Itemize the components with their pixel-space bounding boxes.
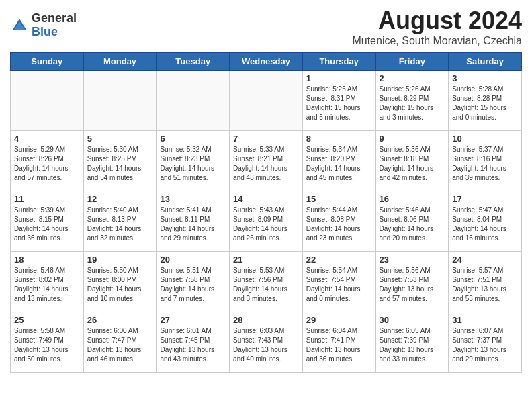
table-row: 10Sunrise: 5:37 AM Sunset: 8:16 PM Dayli… <box>449 131 522 191</box>
table-row: 11Sunrise: 5:39 AM Sunset: 8:15 PM Dayli… <box>11 191 84 252</box>
day-number: 22 <box>306 255 372 265</box>
table-row: 25Sunrise: 5:58 AM Sunset: 7:49 PM Dayli… <box>11 312 84 373</box>
table-row: 6Sunrise: 5:32 AM Sunset: 8:23 PM Daylig… <box>157 131 230 191</box>
table-row: 31Sunrise: 6:07 AM Sunset: 7:37 PM Dayli… <box>449 312 522 373</box>
logo-general-text: General <box>32 12 77 26</box>
day-number: 6 <box>160 134 226 144</box>
week-row-2: 4Sunrise: 5:29 AM Sunset: 8:26 PM Daylig… <box>11 131 522 191</box>
day-info: Sunrise: 5:34 AM Sunset: 8:20 PM Dayligh… <box>306 145 372 183</box>
table-row: 23Sunrise: 5:56 AM Sunset: 7:53 PM Dayli… <box>375 252 449 312</box>
day-number: 8 <box>306 134 372 144</box>
table-row: 4Sunrise: 5:29 AM Sunset: 8:26 PM Daylig… <box>11 131 84 191</box>
days-header-row: SundayMondayTuesdayWednesdayThursdayFrid… <box>11 53 522 71</box>
table-row: 13Sunrise: 5:41 AM Sunset: 8:11 PM Dayli… <box>157 191 230 252</box>
day-number: 27 <box>160 315 226 325</box>
table-row: 27Sunrise: 6:01 AM Sunset: 7:45 PM Dayli… <box>157 312 230 373</box>
table-row: 16Sunrise: 5:46 AM Sunset: 8:06 PM Dayli… <box>375 191 449 252</box>
day-info: Sunrise: 5:48 AM Sunset: 8:02 PM Dayligh… <box>14 266 80 304</box>
day-number: 3 <box>452 73 518 83</box>
day-number: 15 <box>306 194 372 204</box>
table-row: 7Sunrise: 5:33 AM Sunset: 8:21 PM Daylig… <box>230 131 303 191</box>
day-number: 17 <box>452 194 518 204</box>
logo: General Blue <box>10 12 77 39</box>
day-number: 14 <box>233 194 299 204</box>
day-info: Sunrise: 5:28 AM Sunset: 8:28 PM Dayligh… <box>452 85 518 122</box>
table-row: 24Sunrise: 5:57 AM Sunset: 7:51 PM Dayli… <box>449 252 522 312</box>
day-info: Sunrise: 5:56 AM Sunset: 7:53 PM Dayligh… <box>380 266 445 304</box>
day-info: Sunrise: 6:01 AM Sunset: 7:45 PM Dayligh… <box>160 326 226 364</box>
day-info: Sunrise: 5:50 AM Sunset: 8:00 PM Dayligh… <box>87 266 153 304</box>
day-number: 2 <box>380 73 445 83</box>
day-info: Sunrise: 5:47 AM Sunset: 8:04 PM Dayligh… <box>452 205 518 243</box>
day-number: 25 <box>14 315 80 325</box>
table-row: 3Sunrise: 5:28 AM Sunset: 8:28 PM Daylig… <box>449 71 522 131</box>
header-saturday: Saturday <box>449 53 522 71</box>
table-row: 17Sunrise: 5:47 AM Sunset: 8:04 PM Dayli… <box>449 191 522 252</box>
title-section: August 2024 Mutenice, South Moravian, Cz… <box>352 7 522 47</box>
day-info: Sunrise: 5:33 AM Sunset: 8:21 PM Dayligh… <box>233 145 299 183</box>
table-row: 1Sunrise: 5:25 AM Sunset: 8:31 PM Daylig… <box>302 71 375 131</box>
day-number: 19 <box>87 255 153 265</box>
table-row: 26Sunrise: 6:00 AM Sunset: 7:47 PM Dayli… <box>83 312 157 373</box>
day-info: Sunrise: 5:32 AM Sunset: 8:23 PM Dayligh… <box>160 145 226 183</box>
day-info: Sunrise: 5:37 AM Sunset: 8:16 PM Dayligh… <box>452 145 518 183</box>
day-number: 23 <box>380 255 445 265</box>
table-row: 15Sunrise: 5:44 AM Sunset: 8:08 PM Dayli… <box>302 191 375 252</box>
week-row-4: 18Sunrise: 5:48 AM Sunset: 8:02 PM Dayli… <box>11 252 522 312</box>
day-info: Sunrise: 5:53 AM Sunset: 7:56 PM Dayligh… <box>233 266 299 304</box>
table-row: 14Sunrise: 5:43 AM Sunset: 8:09 PM Dayli… <box>230 191 303 252</box>
day-info: Sunrise: 5:25 AM Sunset: 8:31 PM Dayligh… <box>306 85 372 122</box>
day-number: 31 <box>452 315 518 325</box>
logo-text: General Blue <box>32 12 77 39</box>
week-row-1: 1Sunrise: 5:25 AM Sunset: 8:31 PM Daylig… <box>11 71 522 131</box>
day-number: 16 <box>380 194 445 204</box>
table-row: 28Sunrise: 6:03 AM Sunset: 7:43 PM Dayli… <box>230 312 303 373</box>
table-row <box>230 71 303 131</box>
day-info: Sunrise: 6:03 AM Sunset: 7:43 PM Dayligh… <box>233 326 299 364</box>
day-info: Sunrise: 6:07 AM Sunset: 7:37 PM Dayligh… <box>452 326 518 364</box>
day-number: 26 <box>87 315 153 325</box>
month-year: August 2024 <box>352 7 522 35</box>
table-row: 5Sunrise: 5:30 AM Sunset: 8:25 PM Daylig… <box>83 131 157 191</box>
day-info: Sunrise: 5:54 AM Sunset: 7:54 PM Dayligh… <box>306 266 372 304</box>
header-thursday: Thursday <box>302 53 375 71</box>
day-info: Sunrise: 5:57 AM Sunset: 7:51 PM Dayligh… <box>452 266 518 304</box>
table-row <box>157 71 230 131</box>
day-info: Sunrise: 5:58 AM Sunset: 7:49 PM Dayligh… <box>14 326 80 364</box>
header-friday: Friday <box>375 53 449 71</box>
day-info: Sunrise: 5:40 AM Sunset: 8:13 PM Dayligh… <box>87 205 153 243</box>
table-row: 8Sunrise: 5:34 AM Sunset: 8:20 PM Daylig… <box>302 131 375 191</box>
week-row-3: 11Sunrise: 5:39 AM Sunset: 8:15 PM Dayli… <box>11 191 522 252</box>
day-info: Sunrise: 5:43 AM Sunset: 8:09 PM Dayligh… <box>233 205 299 243</box>
day-info: Sunrise: 5:30 AM Sunset: 8:25 PM Dayligh… <box>87 145 153 183</box>
table-row: 20Sunrise: 5:51 AM Sunset: 7:58 PM Dayli… <box>157 252 230 312</box>
calendar-body: 1Sunrise: 5:25 AM Sunset: 8:31 PM Daylig… <box>11 71 522 373</box>
day-number: 30 <box>380 315 445 325</box>
day-number: 1 <box>306 73 372 83</box>
table-row: 18Sunrise: 5:48 AM Sunset: 8:02 PM Dayli… <box>11 252 84 312</box>
location: Mutenice, South Moravian, Czechia <box>352 35 522 47</box>
day-info: Sunrise: 5:39 AM Sunset: 8:15 PM Dayligh… <box>14 205 80 243</box>
day-number: 10 <box>452 134 518 144</box>
day-info: Sunrise: 5:36 AM Sunset: 8:18 PM Dayligh… <box>380 145 445 183</box>
header-wednesday: Wednesday <box>230 53 303 71</box>
day-number: 28 <box>233 315 299 325</box>
day-info: Sunrise: 5:51 AM Sunset: 7:58 PM Dayligh… <box>160 266 226 304</box>
table-row: 29Sunrise: 6:04 AM Sunset: 7:41 PM Dayli… <box>302 312 375 373</box>
day-number: 24 <box>452 255 518 265</box>
day-number: 11 <box>14 194 80 204</box>
day-info: Sunrise: 5:44 AM Sunset: 8:08 PM Dayligh… <box>306 205 372 243</box>
week-row-5: 25Sunrise: 5:58 AM Sunset: 7:49 PM Dayli… <box>11 312 522 373</box>
calendar: SundayMondayTuesdayWednesdayThursdayFrid… <box>10 52 522 373</box>
calendar-header: SundayMondayTuesdayWednesdayThursdayFrid… <box>11 53 522 71</box>
table-row: 12Sunrise: 5:40 AM Sunset: 8:13 PM Dayli… <box>83 191 157 252</box>
day-info: Sunrise: 6:00 AM Sunset: 7:47 PM Dayligh… <box>87 326 153 364</box>
table-row <box>83 71 157 131</box>
logo-blue-text: Blue <box>32 26 77 39</box>
day-number: 20 <box>160 255 226 265</box>
day-number: 29 <box>306 315 372 325</box>
table-row: 9Sunrise: 5:36 AM Sunset: 8:18 PM Daylig… <box>375 131 449 191</box>
table-row: 19Sunrise: 5:50 AM Sunset: 8:00 PM Dayli… <box>83 252 157 312</box>
logo-icon <box>10 16 29 35</box>
day-number: 21 <box>233 255 299 265</box>
